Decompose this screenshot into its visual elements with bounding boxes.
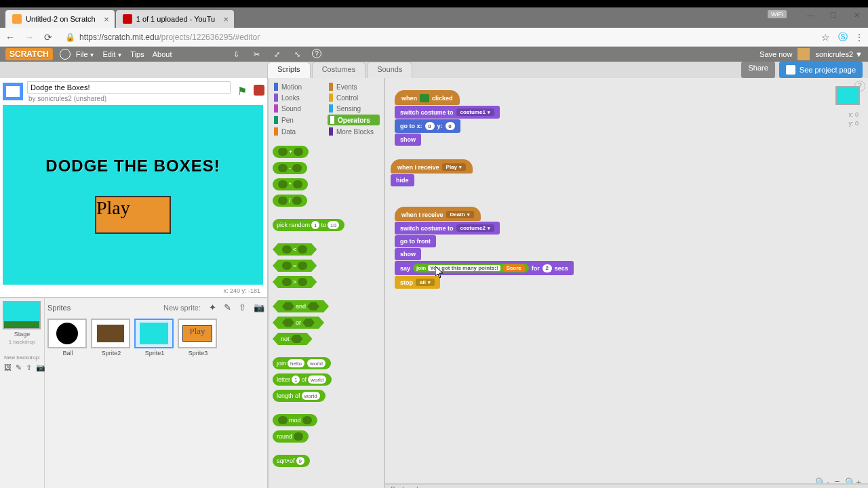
sprite-item-sprite2[interactable]: Sprite2 bbox=[91, 319, 132, 357]
block-show-2[interactable]: show bbox=[395, 248, 421, 260]
script-stack-green-flag[interactable]: whenclicked switch costume tocostume1▾ g… bbox=[395, 90, 500, 146]
browser-tab-youtube[interactable]: 1 of 1 uploaded - YouTu × bbox=[116, 10, 234, 28]
choose-backdrop-icon[interactable]: 🖼 bbox=[4, 363, 12, 372]
reporter-variable-score[interactable]: Score bbox=[502, 264, 526, 272]
op-or[interactable]: or bbox=[273, 317, 324, 329]
camera-backdrop-icon[interactable]: 📷 bbox=[36, 363, 45, 372]
window-minimize-icon[interactable]: — bbox=[799, 7, 822, 22]
username[interactable]: sonicrules2 ▼ bbox=[815, 50, 863, 58]
category-pen[interactable]: Pen bbox=[273, 115, 325, 125]
globe-icon[interactable] bbox=[60, 49, 71, 60]
save-now[interactable]: Save now bbox=[760, 50, 792, 58]
delete-icon[interactable]: ✂ bbox=[251, 49, 262, 60]
paint-sprite-icon[interactable]: ✎ bbox=[224, 302, 235, 313]
paint-backdrop-icon[interactable]: ✎ bbox=[16, 363, 22, 372]
stop-icon[interactable] bbox=[254, 85, 264, 96]
duplicate-icon[interactable]: ⇩ bbox=[231, 49, 241, 60]
op-multiply[interactable]: * bbox=[273, 178, 308, 190]
block-stop-all[interactable]: stopall▾ bbox=[395, 276, 440, 289]
close-icon[interactable]: × bbox=[104, 14, 109, 24]
shrink-icon[interactable]: ⤡ bbox=[292, 49, 302, 60]
upload-backdrop-icon[interactable]: ⇧ bbox=[26, 363, 32, 372]
chrome-menu-icon[interactable]: ⋮ bbox=[854, 32, 864, 43]
stage-preview[interactable]: DODGE THE BOXES! Play bbox=[3, 105, 263, 285]
category-looks[interactable]: Looks bbox=[273, 93, 325, 102]
block-when-receive-play[interactable]: when I receivePlay▾ bbox=[391, 159, 473, 174]
block-say-for-secs[interactable]: say join You got this many points:! Scor… bbox=[395, 261, 574, 275]
choose-sprite-icon[interactable]: ✦ bbox=[209, 302, 220, 313]
tab-scripts[interactable]: Scripts bbox=[267, 62, 311, 78]
sprite-item-sprite3[interactable]: Play Sprite3 bbox=[178, 319, 218, 357]
op-subtract[interactable]: - bbox=[273, 162, 307, 174]
op-add[interactable]: + bbox=[273, 146, 309, 158]
block-when-green-flag[interactable]: whenclicked bbox=[395, 90, 460, 105]
tab-costumes[interactable]: Costumes bbox=[312, 62, 366, 78]
op-mod[interactable]: mod bbox=[273, 414, 317, 426]
op-greater-than[interactable]: > bbox=[273, 276, 317, 288]
op-round[interactable]: round bbox=[273, 430, 309, 443]
op-divide[interactable]: / bbox=[273, 195, 307, 207]
block-goto-xy[interactable]: go to x:0y:0 bbox=[395, 119, 460, 133]
sprites-label: Sprites bbox=[47, 304, 71, 312]
category-data[interactable]: Data bbox=[273, 127, 325, 136]
stage-title-text: DODGE THE BOXES! bbox=[45, 157, 220, 176]
reload-icon[interactable]: ⟳ bbox=[42, 31, 54, 43]
star-icon[interactable]: ☆ bbox=[819, 31, 831, 43]
new-sprite-label: New sprite: bbox=[163, 304, 201, 312]
tab-sounds[interactable]: Sounds bbox=[367, 62, 412, 78]
see-project-page-button[interactable]: See project page bbox=[779, 62, 863, 78]
green-flag-icon[interactable]: ⚑ bbox=[237, 85, 251, 98]
sprite-item-sprite1[interactable]: Sprite1 bbox=[134, 319, 175, 357]
browser-tab-scratch[interactable]: Untitled-2 on Scratch × bbox=[5, 10, 115, 28]
edit-menu[interactable]: Edit▼ bbox=[102, 50, 122, 58]
block-hide[interactable]: hide bbox=[391, 174, 414, 186]
upload-sprite-icon[interactable]: ⇧ bbox=[239, 302, 250, 313]
user-avatar-icon[interactable] bbox=[797, 48, 810, 60]
file-menu[interactable]: File▼ bbox=[76, 50, 95, 58]
back-icon[interactable]: ← bbox=[4, 31, 16, 43]
project-title-input[interactable] bbox=[27, 81, 231, 94]
skype-icon[interactable]: Ⓢ bbox=[837, 31, 849, 43]
address-bar[interactable]: 🔒 https://scratch.mit.edu/projects/12263… bbox=[61, 30, 807, 45]
block-when-receive-death[interactable]: when I receiveDeath▾ bbox=[395, 207, 481, 221]
category-motion[interactable]: Motion bbox=[273, 82, 325, 92]
sprite-item-ball[interactable]: Ball bbox=[47, 319, 88, 357]
op-pick-random[interactable]: pick random1to10 bbox=[273, 219, 344, 231]
stage-thumbnail[interactable] bbox=[3, 301, 41, 329]
op-and[interactable]: and bbox=[273, 300, 329, 312]
script-canvas[interactable]: ? x: 0y: 0 whenclicked switch costume to… bbox=[385, 78, 868, 488]
category-sensing[interactable]: Sensing bbox=[328, 104, 380, 113]
op-equals[interactable]: = bbox=[273, 260, 317, 272]
fullscreen-toggle-icon[interactable] bbox=[3, 83, 23, 100]
op-sqrt-of[interactable]: sqrt▾of9 bbox=[273, 455, 310, 467]
category-control[interactable]: Control bbox=[328, 93, 380, 102]
block-show[interactable]: show bbox=[395, 134, 421, 146]
op-less-than[interactable]: < bbox=[273, 243, 317, 256]
about-menu[interactable]: About bbox=[153, 50, 172, 58]
close-icon[interactable]: × bbox=[224, 14, 229, 24]
script-stack-receive-death[interactable]: when I receiveDeath▾ switch costume toco… bbox=[395, 207, 574, 289]
window-maximize-icon[interactable]: ☐ bbox=[822, 7, 845, 22]
scratch-logo[interactable]: SCRATCH bbox=[5, 48, 53, 60]
op-length-of[interactable]: length ofworld bbox=[273, 390, 326, 402]
camera-sprite-icon[interactable]: 📷 bbox=[254, 302, 264, 313]
window-close-icon[interactable]: ✕ bbox=[845, 7, 868, 22]
category-sound[interactable]: Sound bbox=[273, 104, 325, 113]
reporter-join[interactable]: join You got this many points:! Score bbox=[413, 264, 529, 272]
block-switch-costume-2[interactable]: switch costume tocostume2▾ bbox=[395, 222, 500, 235]
block-switch-costume[interactable]: switch costume tocostume1▾ bbox=[395, 106, 500, 119]
category-operators[interactable]: Operators bbox=[328, 115, 380, 125]
backpack-panel[interactable]: Backpack bbox=[385, 483, 868, 488]
sprite-xy-readout: x: 0y: 0 bbox=[848, 110, 859, 128]
script-stack-receive-play[interactable]: when I receivePlay▾ hide bbox=[391, 159, 473, 186]
grow-icon[interactable]: ⤢ bbox=[271, 49, 282, 60]
share-button[interactable]: Share bbox=[741, 62, 774, 78]
category-more-blocks[interactable]: More Blocks bbox=[328, 127, 380, 136]
category-events[interactable]: Events bbox=[328, 82, 380, 92]
tips-menu[interactable]: Tips bbox=[130, 50, 144, 58]
op-join[interactable]: joinhelloworld bbox=[273, 357, 331, 369]
block-go-to-front[interactable]: go to front bbox=[395, 235, 436, 247]
op-letter-of[interactable]: letter1ofworld bbox=[273, 373, 332, 386]
op-not[interactable]: not bbox=[273, 333, 313, 345]
help-icon[interactable]: ? bbox=[312, 49, 321, 58]
